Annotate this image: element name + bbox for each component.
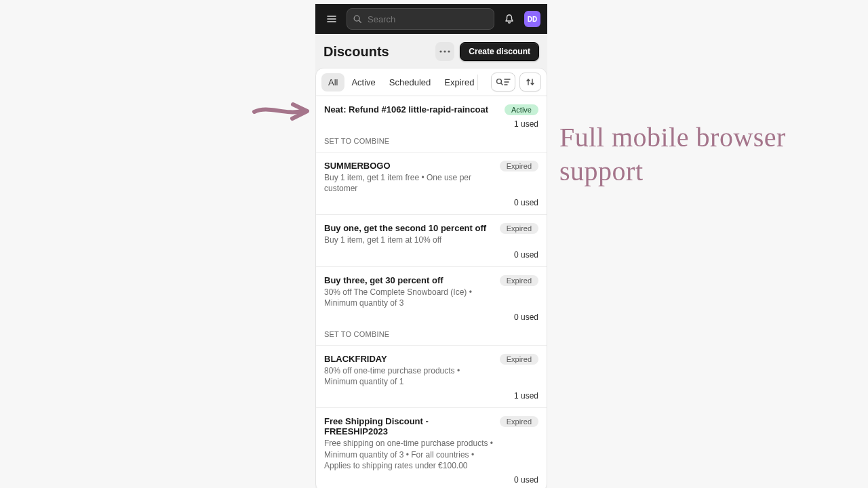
- mobile-viewport: DD Discounts Create discount All Active …: [315, 4, 547, 488]
- search-input[interactable]: [366, 14, 488, 25]
- status-badge: Active: [505, 104, 538, 115]
- usage-count: 1 used: [324, 391, 538, 401]
- status-badge: Expired: [500, 416, 538, 427]
- ellipsis-icon: [439, 50, 450, 53]
- more-actions-button[interactable]: [435, 42, 454, 61]
- page-title: Discounts: [323, 44, 389, 60]
- create-discount-button[interactable]: Create discount: [460, 42, 539, 61]
- svg-point-3: [448, 50, 450, 52]
- discount-row[interactable]: Buy one, get the second 10 percent off B…: [316, 215, 547, 266]
- discount-title: Free Shipping Discount - FREESHIP2023: [324, 416, 494, 436]
- discount-title: Buy one, get the second 10 percent off: [324, 223, 494, 233]
- usage-count: 0 used: [324, 250, 538, 260]
- combine-label: SET TO COMBINE: [324, 330, 538, 338]
- discount-row[interactable]: Free Shipping Discount - FREESHIP2023 Fr…: [316, 408, 547, 488]
- discount-row[interactable]: Buy three, get 30 percent off 30% off Th…: [316, 267, 547, 346]
- discount-subtitle: 30% off The Complete Snowboard (Ice) • M…: [324, 287, 494, 308]
- status-badge: Expired: [500, 354, 538, 365]
- discount-subtitle: Free shipping on one-time purchase produ…: [324, 438, 494, 471]
- sort-button[interactable]: [519, 73, 541, 92]
- search-box[interactable]: [347, 8, 494, 30]
- hamburger-menu-icon[interactable]: [322, 9, 341, 28]
- status-badge: Expired: [500, 161, 538, 171]
- search-icon: [353, 14, 362, 24]
- discount-row[interactable]: BLACKFRIDAY 80% off one-time purchase pr…: [316, 346, 547, 408]
- discounts-card: All Active Scheduled Expired +: [315, 68, 547, 488]
- status-badge: Expired: [500, 223, 538, 234]
- page-header: Discounts Create discount: [315, 34, 547, 68]
- discount-row[interactable]: Neat: Refund #1062 little-rapid-raincoat…: [316, 96, 547, 152]
- tab-expired[interactable]: Expired: [437, 73, 481, 92]
- discount-title: Buy three, get 30 percent off: [324, 275, 494, 285]
- tab-scheduled[interactable]: Scheduled: [382, 73, 437, 92]
- usage-count: 1 used: [324, 119, 538, 129]
- tab-active[interactable]: Active: [344, 73, 382, 92]
- discount-title: Neat: Refund #1062 little-rapid-raincoat: [324, 104, 499, 115]
- search-filter-button[interactable]: [491, 73, 515, 92]
- svg-point-1: [440, 50, 442, 52]
- notifications-icon[interactable]: [500, 9, 519, 28]
- usage-count: 0 used: [324, 312, 538, 322]
- tabs: All Active Scheduled Expired +: [321, 73, 487, 92]
- discount-title: SUMMERBOGO: [324, 161, 494, 171]
- avatar[interactable]: DD: [524, 11, 540, 27]
- combine-label: SET TO COMBINE: [324, 137, 538, 145]
- usage-count: 0 used: [324, 198, 538, 207]
- sort-icon: [526, 77, 535, 87]
- usage-count: 0 used: [324, 475, 538, 485]
- svg-point-2: [444, 50, 446, 52]
- topbar: DD: [315, 4, 547, 34]
- discount-title: BLACKFRIDAY: [324, 354, 494, 364]
- status-badge: Expired: [500, 275, 538, 286]
- add-view-button[interactable]: +: [481, 73, 487, 92]
- discount-subtitle: 80% off one-time purchase products • Min…: [324, 365, 494, 387]
- discount-row[interactable]: SUMMERBOGO Buy 1 item, get 1 item free •…: [316, 152, 547, 215]
- marketing-caption: Full mobile browser support: [559, 121, 868, 188]
- discount-subtitle: Buy 1 item, get 1 item at 10% off: [324, 235, 494, 245]
- tab-all[interactable]: All: [321, 73, 344, 92]
- tabs-row: All Active Scheduled Expired +: [316, 68, 547, 96]
- pointer-arrow: [251, 102, 312, 122]
- discount-subtitle: Buy 1 item, get 1 item free • One use pe…: [324, 172, 494, 194]
